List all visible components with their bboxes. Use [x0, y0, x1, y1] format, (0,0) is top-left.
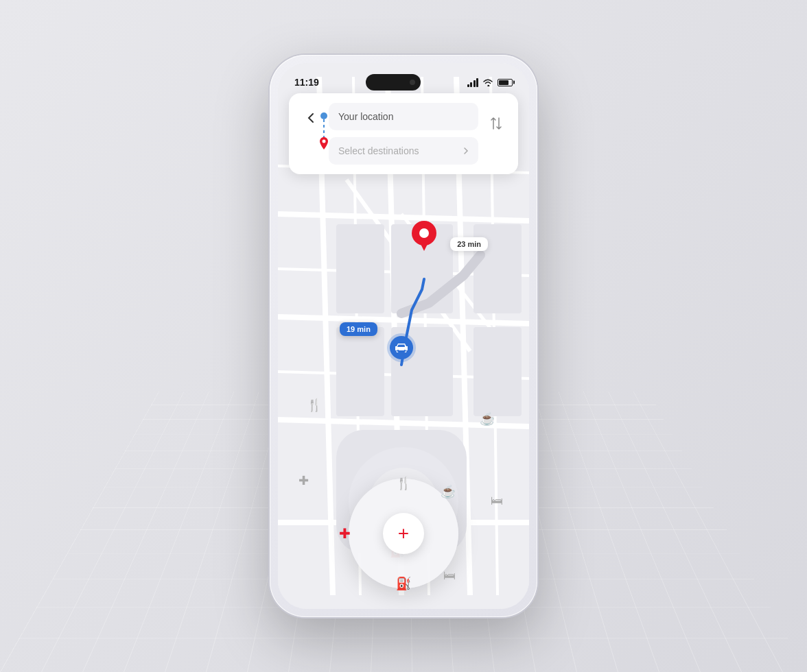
svg-rect-21	[473, 327, 522, 416]
svg-point-29	[397, 350, 399, 352]
notch	[366, 74, 421, 91]
search-panel: Your location Select destinations	[289, 93, 518, 174]
your-location-input[interactable]: Your location	[329, 103, 478, 130]
camera-dot	[410, 80, 415, 85]
circle-menu-container: ✚ 🍴 ☕ 🛏 ⛽	[349, 479, 458, 588]
select-destination-input[interactable]: Select destinations	[329, 137, 478, 165]
phone-screen: 23 min 19 min 🍴 ☕ ✚ 🛏 ⛽ ✚	[278, 63, 529, 609]
duration-badge-secondary: 19 min	[340, 322, 377, 336]
origin-pin	[390, 336, 413, 359]
chevron-right-icon	[463, 147, 469, 155]
duration-badge-main: 23 min	[450, 237, 488, 251]
bottom-menu: ✚ 🍴 ☕ 🛏 ⛽	[349, 479, 458, 588]
status-bar: 11:19	[278, 63, 529, 93]
svg-point-26	[419, 228, 429, 238]
battery-icon	[498, 79, 513, 86]
svg-rect-19	[336, 327, 384, 416]
svg-marker-27	[419, 240, 430, 251]
svg-rect-16	[336, 224, 384, 313]
route-inputs: Your location Select destinations	[329, 103, 478, 165]
menu-item-restaurant[interactable]: 🍴	[396, 476, 411, 491]
route-dots-line	[323, 119, 325, 137]
poi-medical: ✚	[299, 473, 309, 488]
swap-button[interactable]	[485, 112, 507, 134]
origin-dot	[320, 112, 327, 119]
menu-item-coffee[interactable]: ☕	[441, 484, 456, 499]
status-icons	[467, 78, 513, 87]
poi-hotel: 🛏	[491, 494, 503, 508]
svg-point-31	[323, 140, 326, 143]
add-button[interactable]: +	[383, 513, 424, 554]
phone-shell: 23 min 19 min 🍴 ☕ ✚ 🛏 ⛽ ✚	[270, 55, 537, 617]
poi-restaurant: 🍴	[307, 398, 322, 413]
plus-icon: +	[398, 524, 409, 543]
status-time: 11:19	[294, 77, 319, 88]
poi-coffee: ☕	[480, 411, 495, 427]
svg-point-30	[404, 350, 406, 352]
destination-pin	[412, 221, 436, 254]
menu-item-hotel[interactable]: 🛏	[443, 568, 456, 583]
menu-item-gas[interactable]: ⛽	[396, 576, 411, 591]
menu-item-medical[interactable]: ✚	[339, 525, 351, 542]
signal-bars	[467, 78, 479, 87]
wifi-icon	[482, 78, 493, 86]
destination-dot	[319, 137, 329, 149]
